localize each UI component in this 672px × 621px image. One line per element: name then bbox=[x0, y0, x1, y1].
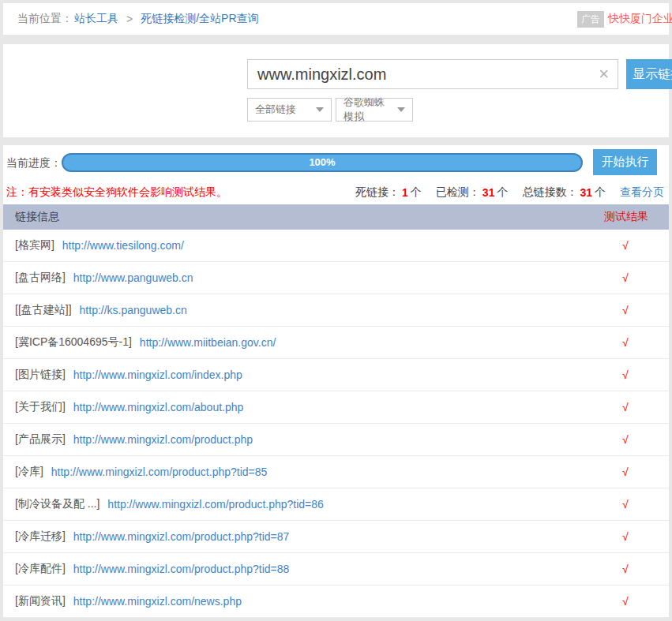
row-anchor-text: [新闻资讯] bbox=[15, 594, 66, 608]
progress-row: 当前进度： 100% 开始执行 bbox=[3, 145, 669, 180]
link-type-select[interactable]: 全部链接 bbox=[247, 98, 332, 122]
checked-label: 已检测： bbox=[436, 185, 480, 200]
row-result-mark: √ bbox=[622, 239, 629, 252]
column-test-result: 测试结果 bbox=[604, 210, 648, 224]
table-row: [冷库配件] http://www.mingxizl.com/product.p… bbox=[3, 553, 669, 585]
row-anchor-text: [冷库配件] bbox=[15, 562, 66, 576]
row-url-link[interactable]: http://www.mingxizl.com/product.php bbox=[73, 433, 253, 446]
row-result-mark: √ bbox=[622, 498, 629, 511]
url-input[interactable] bbox=[247, 59, 618, 89]
row-anchor-text: [关于我们] bbox=[15, 400, 66, 414]
table-row: [制冷设备及配 ...] http://www.mingxizl.com/pro… bbox=[3, 488, 669, 521]
row-result-mark: √ bbox=[622, 595, 629, 608]
row-url-link[interactable]: http://www.mingxizl.com/product.php?tid=… bbox=[73, 530, 290, 543]
table-row: [冷库] http://www.mingxizl.com/product.php… bbox=[3, 456, 669, 488]
dead-link-unit: 个 bbox=[411, 185, 422, 200]
chevron-down-icon bbox=[397, 107, 405, 112]
row-anchor-text: [冀ICP备16004695号-1] bbox=[15, 335, 132, 350]
table-row: [盘古网络] http://www.panguweb.cn √ bbox=[3, 262, 669, 294]
show-links-button[interactable]: 显示链接 bbox=[626, 59, 672, 89]
row-result-mark: √ bbox=[622, 433, 629, 446]
row-result-mark: √ bbox=[622, 368, 629, 381]
row-anchor-text: [冷库迁移] bbox=[15, 529, 66, 544]
ad-area: 广告 快快厦门企业 bbox=[577, 3, 672, 35]
breadcrumb: 当前位置： 站长工具 > 死链接检测/全站PR查询 广告 快快厦门企业 bbox=[3, 3, 669, 35]
row-url-link[interactable]: http://www.mingxizl.com/product.php?tid=… bbox=[107, 498, 324, 511]
dead-link-count: 1 bbox=[402, 186, 408, 199]
row-anchor-text: [格宾网] bbox=[15, 238, 54, 253]
table-row: [冷库迁移] http://www.mingxizl.com/product.p… bbox=[3, 521, 669, 553]
row-url-link[interactable]: http://www.mingxizl.com/news.php bbox=[73, 595, 242, 608]
row-url-link[interactable]: http://www.mingxizl.com/product.php?tid=… bbox=[51, 466, 268, 478]
row-url-link[interactable]: http://www.mingxizl.com/about.php bbox=[73, 401, 244, 413]
row-url-link[interactable]: http://www.mingxizl.com/index.php bbox=[73, 368, 242, 381]
url-input-wrap: × bbox=[247, 59, 618, 89]
table-row: [[盘古建站]] http://ks.panguweb.cn √ bbox=[3, 294, 669, 327]
table-row: [冀ICP备16004695号-1] http://www.miitbeian.… bbox=[3, 327, 669, 359]
row-result-mark: √ bbox=[622, 530, 629, 543]
progress-label: 当前进度： bbox=[6, 156, 62, 170]
row-result-mark: √ bbox=[622, 563, 629, 575]
link-table-body: [格宾网] http://www.tiesilong.com/ √ [盘古网络]… bbox=[3, 230, 669, 618]
row-result-mark: √ bbox=[622, 271, 629, 284]
column-link-info: 链接信息 bbox=[15, 210, 59, 224]
table-row: [格宾网] http://www.tiesilong.com/ √ bbox=[3, 230, 669, 262]
pagination-link[interactable]: 查看分页 bbox=[620, 185, 664, 200]
row-anchor-text: [[盘古建站]] bbox=[15, 303, 72, 317]
breadcrumb-link-deadlink-check[interactable]: 死链接检测/全站PR查询 bbox=[141, 12, 258, 26]
total-links-count: 31 bbox=[580, 186, 592, 199]
row-url-link[interactable]: http://www.miitbeian.gov.cn/ bbox=[140, 336, 276, 349]
row-anchor-text: [产品展示] bbox=[15, 432, 66, 447]
link-type-select-value: 全部链接 bbox=[255, 103, 296, 117]
table-header: 链接信息 测试结果 bbox=[3, 204, 669, 230]
progress-bar: 100% bbox=[62, 153, 583, 172]
spider-select[interactable]: 谷歌蜘蛛模拟 bbox=[336, 98, 413, 122]
table-row: [新闻资讯] http://www.mingxizl.com/news.php … bbox=[3, 585, 669, 618]
row-result-mark: √ bbox=[622, 466, 629, 478]
row-result-mark: √ bbox=[622, 401, 629, 413]
start-button[interactable]: 开始执行 bbox=[593, 149, 657, 175]
clear-icon[interactable]: × bbox=[599, 65, 609, 84]
chevron-down-icon bbox=[316, 107, 324, 112]
checked-count: 31 bbox=[482, 186, 495, 199]
total-links-unit: 个 bbox=[595, 185, 606, 200]
dead-link-label: 死链接： bbox=[355, 185, 400, 200]
row-url-link[interactable]: http://ks.panguweb.cn bbox=[80, 304, 187, 316]
row-anchor-text: [冷库] bbox=[15, 465, 43, 479]
search-panel: × 显示链接 全部链接 谷歌蜘蛛模拟 bbox=[3, 44, 669, 137]
page: 当前位置： 站长工具 > 死链接检测/全站PR查询 广告 快快厦门企业 × 显示… bbox=[0, 0, 672, 621]
note-text: 注：有安装类似安全狗软件会影响测试结果。 bbox=[6, 185, 227, 200]
total-links-label: 总链接数： bbox=[522, 185, 577, 200]
table-row: [产品展示] http://www.mingxizl.com/product.p… bbox=[3, 424, 669, 456]
ad-badge: 广告 bbox=[577, 11, 604, 28]
result-panel: 当前进度： 100% 开始执行 注：有安装类似安全狗软件会影响测试结果。 死链接… bbox=[3, 145, 669, 618]
row-url-link[interactable]: http://www.panguweb.cn bbox=[73, 271, 193, 284]
row-url-link[interactable]: http://www.mingxizl.com/product.php?tid=… bbox=[73, 563, 290, 575]
progress-percent: 100% bbox=[63, 155, 581, 170]
row-anchor-text: [图片链接] bbox=[15, 368, 66, 382]
breadcrumb-label: 当前位置： bbox=[17, 12, 73, 26]
table-row: [关于我们] http://www.mingxizl.com/about.php… bbox=[3, 391, 669, 424]
breadcrumb-link-webmaster-tools[interactable]: 站长工具 bbox=[74, 12, 118, 26]
row-result-mark: √ bbox=[622, 304, 629, 316]
spider-select-value: 谷歌蜘蛛模拟 bbox=[344, 95, 392, 124]
breadcrumb-separator: > bbox=[126, 13, 133, 25]
row-url-link[interactable]: http://www.tiesilong.com/ bbox=[62, 239, 184, 252]
table-row: [图片链接] http://www.mingxizl.com/index.php… bbox=[3, 359, 669, 391]
checked-unit: 个 bbox=[497, 185, 508, 200]
status-row: 注：有安装类似安全狗软件会影响测试结果。 死链接： 1 个 已检测： 31 个 … bbox=[3, 180, 669, 204]
row-anchor-text: [盘古网络] bbox=[15, 271, 66, 285]
row-result-mark: √ bbox=[622, 336, 629, 349]
row-anchor-text: [制冷设备及配 ...] bbox=[15, 497, 99, 511]
ad-link[interactable]: 快快厦门企业 bbox=[608, 12, 672, 26]
stats: 死链接： 1 个 已检测： 31 个 总链接数： 31 个 查看分页 bbox=[355, 185, 664, 200]
